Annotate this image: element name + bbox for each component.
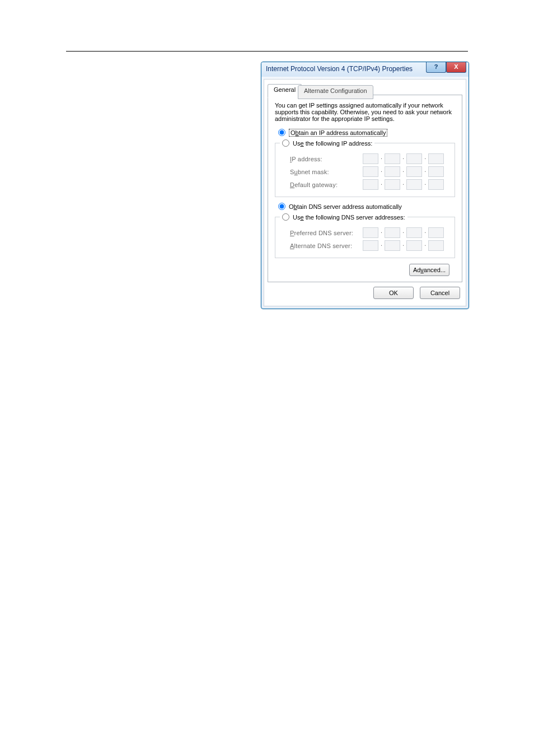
t: the following DNS server addresses: [304, 214, 405, 221]
dot-icon: . [402, 153, 404, 164]
ip-octet[interactable] [363, 153, 378, 164]
cancel-button[interactable]: Cancel [420, 287, 460, 299]
t: Us [293, 214, 300, 221]
row-preferred-dns: Preferred DNS server: . . . [290, 227, 450, 238]
dot-icon: . [381, 227, 382, 238]
titlebar: Internet Protocol Version 4 (TCP/IPv4) P… [261, 62, 469, 77]
row-default-gateway: Default gateway: . . . [290, 179, 450, 190]
ip-octet[interactable] [428, 153, 444, 164]
ok-button[interactable]: OK [373, 287, 414, 299]
dot-icon: . [381, 166, 382, 177]
tab-general[interactable]: General [268, 84, 302, 98]
default-gateway-field[interactable]: . . . [363, 179, 444, 190]
ip-octet[interactable] [385, 227, 400, 238]
t: bnet mask: [298, 169, 329, 175]
help-icon: ? [434, 63, 438, 70]
radio-obtain-ip-auto-input[interactable] [278, 129, 285, 136]
row-alternate-dns: Alternate DNS server: . . . [290, 240, 450, 251]
group-static-ip: Use the following IP address: IP address… [275, 139, 455, 197]
ip-octet[interactable] [406, 153, 422, 164]
ip-octet[interactable] [428, 179, 444, 190]
ip-octet[interactable] [363, 166, 378, 177]
t: the following IP address: [304, 140, 373, 147]
radio-use-following-dns-label: Use the following DNS server addresses: [293, 214, 405, 221]
dot-icon: . [424, 166, 426, 177]
label-preferred-dns: Preferred DNS server: [290, 230, 363, 236]
radio-use-following-ip-label: Use the following IP address: [293, 140, 372, 147]
dot-icon: . [424, 179, 426, 190]
ip-octet[interactable] [406, 240, 422, 251]
ip-octet[interactable] [428, 166, 444, 177]
t: P [290, 230, 294, 236]
ip-octet[interactable] [385, 166, 400, 177]
dot-icon: . [402, 179, 404, 190]
dot-icon: . [381, 240, 382, 251]
ip-octet[interactable] [428, 227, 444, 238]
t: tain an IP address automatically [299, 129, 386, 136]
t: referred DNS server: [294, 230, 353, 236]
ip-octet[interactable] [406, 179, 422, 190]
row-subnet-mask: Subnet mask: . . . [290, 166, 450, 177]
t: tain DNS server address automatically [297, 203, 402, 210]
ip-octet[interactable] [363, 240, 378, 251]
t: anced... [424, 267, 446, 273]
dot-icon: . [381, 153, 382, 164]
panel-general: You can get IP settings assigned automat… [268, 95, 462, 282]
ip-octet[interactable] [406, 227, 422, 238]
dot-icon: . [402, 166, 404, 177]
advanced-row: Advanced... [275, 264, 449, 276]
row-ip-address: IP address: . . . [290, 153, 450, 164]
tab-general-label: General [274, 86, 296, 93]
dialog-body: General Alternate Configuration You can … [264, 79, 466, 306]
dot-icon: . [424, 227, 426, 238]
radio-use-following-dns-input[interactable] [282, 213, 289, 221]
label-subnet-mask: Subnet mask: [290, 169, 363, 175]
ip-octet[interactable] [385, 240, 400, 251]
help-button[interactable]: ? [426, 62, 446, 73]
alternate-dns-field[interactable]: . . . [363, 240, 444, 251]
dot-icon: . [402, 240, 404, 251]
group-static-dns: Use the following DNS server addresses: … [275, 213, 455, 258]
t: efault gateway: [294, 181, 338, 188]
dot-icon: . [381, 179, 382, 190]
radio-obtain-ip-auto[interactable]: Obtain an IP address automatically [278, 129, 455, 136]
subnet-mask-field[interactable]: . . . [363, 166, 444, 177]
dot-icon: . [402, 227, 404, 238]
radio-obtain-dns-auto[interactable]: Obtain DNS server address automatically [278, 203, 455, 210]
ip-octet[interactable] [406, 166, 422, 177]
tabs: General Alternate Configuration [268, 83, 462, 95]
dialog-button-row: OK Cancel [264, 287, 460, 299]
ip-octet[interactable] [428, 240, 444, 251]
tab-alt-label: Alternate Configuration [304, 87, 367, 94]
t: lternate DNS server: [294, 242, 353, 249]
page: Internet Protocol Version 4 (TCP/IPv4) P… [0, 0, 534, 756]
radio-use-following-ip-input[interactable] [282, 139, 289, 147]
dot-icon: . [424, 153, 426, 164]
radio-obtain-ip-auto-label: Obtain an IP address automatically [289, 129, 387, 136]
t: D [290, 181, 294, 188]
t: O [291, 129, 296, 136]
page-divider [66, 51, 468, 52]
ipv4-properties-dialog: Internet Protocol Version 4 (TCP/IPv4) P… [261, 62, 469, 309]
t: S [290, 169, 294, 175]
ip-octet[interactable] [363, 227, 378, 238]
tab-alternate-configuration[interactable]: Alternate Configuration [298, 85, 373, 99]
radio-obtain-dns-auto-input[interactable] [278, 203, 285, 210]
ip-octet[interactable] [385, 153, 400, 164]
advanced-button[interactable]: Advanced... [409, 264, 449, 276]
t: P address: [292, 156, 322, 162]
ip-octet[interactable] [363, 179, 378, 190]
preferred-dns-field[interactable]: . . . [363, 227, 444, 238]
t: Us [293, 140, 300, 147]
ip-address-field[interactable]: . . . [363, 153, 444, 164]
t: O [289, 203, 294, 210]
group-static-ip-legend: Use the following IP address: [280, 139, 374, 147]
description-text: You can get IP settings assigned automat… [275, 102, 455, 122]
label-ip-address: IP address: [290, 156, 363, 162]
label-alternate-dns: Alternate DNS server: [290, 242, 363, 249]
group-static-dns-legend: Use the following DNS server addresses: [280, 213, 407, 221]
ip-octet[interactable] [385, 179, 400, 190]
dialog-title: Internet Protocol Version 4 (TCP/IPv4) P… [266, 65, 413, 73]
dot-icon: . [424, 240, 426, 251]
close-button[interactable]: X [446, 62, 466, 73]
